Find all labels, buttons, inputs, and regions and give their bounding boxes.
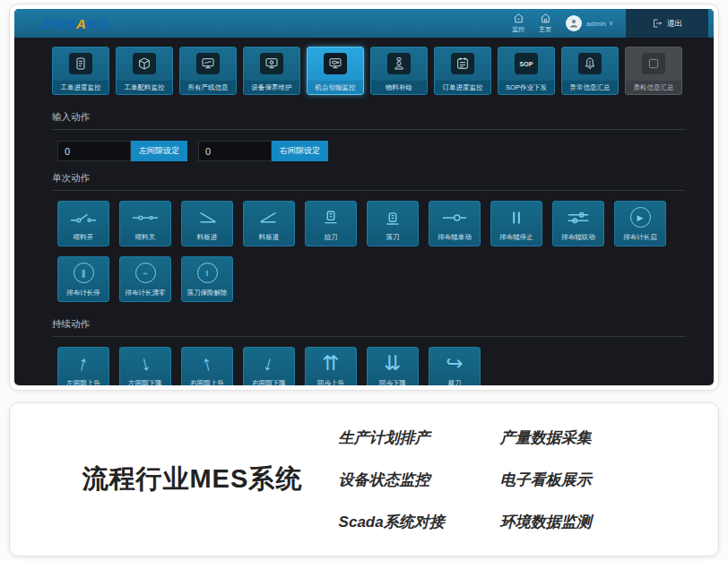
knife-down-icon	[368, 202, 418, 233]
work-order-material-icon	[133, 53, 156, 74]
nav-home[interactable]: 主页	[539, 13, 551, 34]
promo-title: 流程行业MES系统	[46, 462, 339, 497]
plate-back-button[interactable]: 料板退	[243, 201, 295, 246]
left-gap-input-group: 左间隙设定	[57, 141, 187, 161]
sync-down-icon: ⇊	[384, 353, 401, 374]
feed-close-button[interactable]: 喂料关	[119, 201, 171, 246]
roller-single-button[interactable]: 排布辊单动	[429, 201, 481, 246]
roller-stop-icon	[491, 202, 542, 233]
machine-smart-monitor-icon	[324, 53, 347, 74]
counter-pause-icon: ∥	[74, 263, 94, 283]
counter-start-button[interactable]: ▶ 排布计长启	[614, 201, 666, 246]
mes-app: ZHIBANG 监控 主页 admin ∨ 退出 工单进度监控	[14, 9, 714, 385]
counter-pause-button[interactable]: ∥ 排布计长停	[57, 256, 109, 302]
section-title-continuous: 持续动作	[52, 309, 685, 337]
right-gap-down-icon: ↓	[262, 352, 277, 375]
tile-abnormal-info[interactable]: 异常信息汇总	[561, 47, 619, 95]
tile-label: 所有产线信息	[180, 81, 236, 94]
alert-bell-icon	[578, 53, 602, 74]
plate-forward-button[interactable]: 料板进	[181, 201, 233, 246]
module-tiles: 工单进度监控 工单配料监控 所有产线信息 设备保养维护 机台智能监控 物料补给 …	[14, 38, 714, 102]
left-gap-down-button[interactable]: ↓ 左间隙下降	[119, 347, 171, 385]
avatar	[566, 15, 582, 31]
logo-accent: A	[76, 16, 87, 31]
tile-quality-info[interactable]: 质检信息汇总	[625, 47, 682, 95]
feature-output-data: 产量数据采集	[500, 427, 592, 448]
counter-start-icon: ▶	[630, 207, 651, 228]
tile-order-progress[interactable]: 订单进度监控	[434, 47, 491, 95]
section-title-single: 单次动作	[52, 163, 685, 191]
home-icon	[540, 13, 551, 24]
tile-work-order-material[interactable]: 工单配料监控	[116, 47, 173, 95]
knife-up-button[interactable]: 抬刀	[305, 201, 357, 246]
right-gap-down-button[interactable]: ↓ 右间隙下降	[243, 347, 295, 385]
sync-up-icon: ⇈	[322, 353, 339, 374]
right-gap-input[interactable]	[198, 141, 272, 161]
tile-label: 质检信息汇总	[626, 81, 681, 94]
plate-back-icon	[244, 202, 294, 233]
tile-machine-smart-monitor[interactable]: 机台智能监控	[307, 47, 364, 95]
material-supply-icon	[387, 53, 411, 74]
single-action-row-2: ∥ 排布计长停 − 排布计长清零 ! 落刀保险解除	[57, 256, 685, 302]
tile-production-lines[interactable]: 所有产线信息	[179, 47, 237, 95]
tile-equipment-maintenance[interactable]: 设备保养维护	[243, 47, 300, 95]
tile-sop-dispatch[interactable]: SOP SOP作业下发	[498, 47, 555, 95]
roller-linked-button[interactable]: 排布辊联动	[552, 201, 604, 246]
feature-environment-data: 环境数据监测	[500, 512, 592, 532]
chevron-down-icon: ∨	[609, 20, 613, 27]
logo-text-2: NG	[87, 16, 109, 31]
feature-equipment-status: 设备状态监控	[339, 470, 445, 490]
feature-list: 生产计划排产 产量数据采集 设备状态监控 电子看板展示 Scada系统对接 环境…	[339, 427, 592, 532]
left-gap-set-button[interactable]: 左间隙设定	[131, 141, 187, 161]
sync-down-button[interactable]: ⇊ 同步下降	[367, 347, 419, 385]
user-icon	[568, 18, 579, 29]
knife-down-button[interactable]: 落刀	[367, 201, 419, 246]
counter-clear-icon: −	[135, 263, 156, 283]
knife-up-icon	[306, 202, 356, 233]
username: admin	[586, 20, 606, 28]
order-progress-icon	[451, 53, 474, 74]
cut-knife-button[interactable]: ↪ 裁刀	[429, 347, 481, 385]
left-gap-down-icon: ↓	[138, 352, 153, 375]
cut-knife-icon: ↪	[446, 353, 463, 374]
logout-button[interactable]: 退出	[626, 9, 708, 38]
continuous-action-row: ↑ 左间隙上升 ↓ 左间隙下降 ↑ 右间隙上升 ↓ 右间隙下降 ⇈ 同步上升 ⇊…	[57, 347, 685, 385]
tile-material-supply[interactable]: 物料补给	[370, 47, 428, 95]
left-gap-input[interactable]	[57, 141, 131, 161]
roller-linked-icon	[553, 202, 603, 233]
nav-monitoring[interactable]: 监控	[512, 13, 524, 34]
roller-stop-button[interactable]: 排布辊停止	[490, 201, 542, 246]
plate-forward-icon	[182, 202, 232, 233]
tile-label: 工单配料监控	[117, 81, 172, 94]
feed-close-icon	[120, 202, 170, 233]
single-action-row-1: 喂料开 喂料关 料板进 料板退 抬刀 落刀	[57, 201, 685, 246]
logo-text: ZHIB	[41, 16, 76, 31]
left-gap-up-icon: ↑	[76, 352, 91, 375]
right-gap-input-group: 右间隙设定	[198, 141, 328, 161]
feature-scada: Scada系统对接	[339, 512, 445, 532]
quality-info-icon	[642, 53, 665, 74]
input-action-section: 输入动作 左间隙设定 右间隙设定	[14, 102, 714, 161]
sop-icon: SOP	[515, 53, 538, 74]
tile-label: 设备保养维护	[244, 81, 299, 94]
user-menu[interactable]: admin ∨	[566, 15, 613, 31]
knife-safety-release-button[interactable]: ! 落刀保险解除	[181, 256, 233, 302]
counter-clear-button[interactable]: − 排布计长清零	[119, 256, 171, 302]
roller-single-icon	[429, 202, 480, 233]
tile-label: 物料补给	[371, 81, 427, 94]
tile-label: 机台智能监控	[308, 81, 363, 94]
production-lines-icon	[196, 53, 220, 74]
right-gap-set-button[interactable]: 右间隙设定	[272, 141, 328, 161]
feature-production-planning: 生产计划排产	[339, 427, 445, 448]
right-gap-up-icon: ↑	[200, 352, 215, 375]
zhibang-logo: ZHIBANG	[41, 16, 108, 31]
right-gap-up-button[interactable]: ↑ 右间隙上升	[181, 347, 233, 385]
logout-label: 退出	[667, 18, 683, 30]
tile-label: 订单进度监控	[435, 81, 490, 94]
tile-work-order-progress[interactable]: 工单进度监控	[52, 47, 109, 95]
left-gap-up-button[interactable]: ↑ 左间隙上升	[57, 347, 109, 385]
nav-monitoring-label: 监控	[512, 25, 524, 34]
sync-up-button[interactable]: ⇈ 同步上升	[305, 347, 357, 385]
single-action-section: 单次动作 喂料开 喂料关 料板进 料板退 抬刀	[14, 163, 714, 302]
feed-open-button[interactable]: 喂料开	[57, 201, 109, 246]
